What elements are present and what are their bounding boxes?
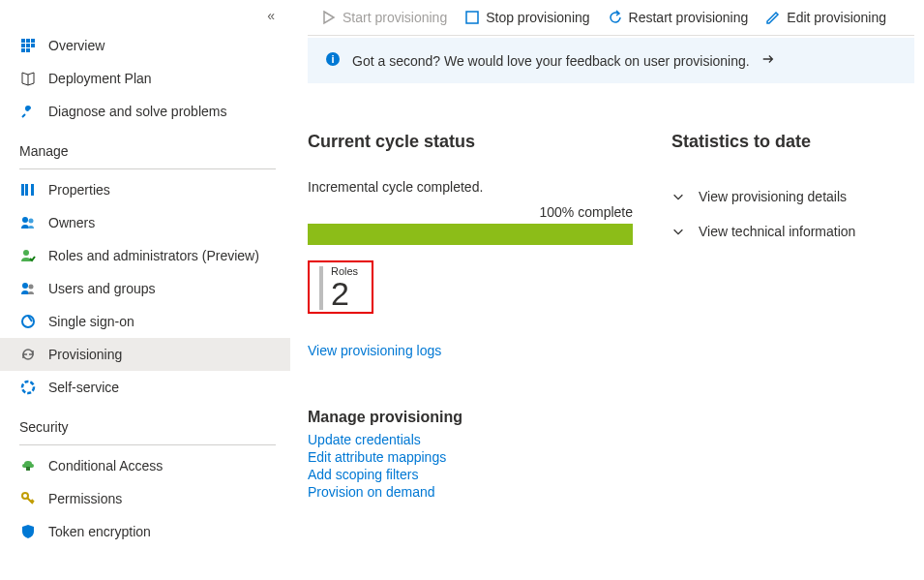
lock-cloud-icon [19, 457, 37, 474]
sync-icon [19, 346, 37, 363]
toolbar-label: Start provisioning [343, 10, 447, 25]
expand-label: View provisioning details [699, 189, 847, 204]
sidebar-item-label: Roles and administrators (Preview) [48, 248, 259, 263]
provision-on-demand-link[interactable]: Provision on demand [308, 484, 633, 500]
progress-label: 100% complete [308, 204, 633, 220]
wrench-icon [19, 103, 37, 120]
svg-point-14 [22, 283, 28, 289]
sidebar-item-deployment-plan[interactable]: Deployment Plan [0, 62, 290, 95]
book-icon [19, 70, 37, 87]
stop-provisioning-button[interactable]: Stop provisioning [464, 10, 589, 25]
svg-point-13 [23, 250, 29, 256]
stop-icon [464, 10, 480, 25]
svg-rect-9 [25, 184, 28, 196]
svg-point-11 [22, 217, 28, 223]
svg-rect-20 [466, 12, 478, 23]
manage-provisioning-title: Manage provisioning [308, 409, 633, 426]
svg-rect-8 [21, 184, 24, 196]
svg-point-17 [22, 382, 34, 393]
properties-icon [19, 181, 37, 198]
update-credentials-link[interactable]: Update credentials [308, 432, 633, 447]
sidebar-item-label: Owners [48, 215, 95, 230]
collapse-sidebar-icon[interactable]: « [267, 8, 275, 23]
view-technical-information-toggle[interactable]: View technical information [671, 214, 914, 249]
roles-count-card[interactable]: Roles 2 [308, 260, 373, 314]
chevron-down-icon [671, 190, 685, 203]
sidebar-item-provisioning[interactable]: Provisioning [0, 338, 290, 371]
sidebar-item-label: Single sign-on [48, 314, 134, 329]
cycle-status-text: Incremental cycle completed. [308, 179, 633, 195]
info-icon: i [325, 51, 341, 70]
toolbar-label: Stop provisioning [486, 10, 589, 25]
svg-rect-18 [26, 467, 30, 471]
progress-bar [308, 224, 633, 245]
sidebar-item-label: Self-service [48, 380, 119, 395]
sidebar-item-self-service[interactable]: Self-service [0, 371, 290, 404]
view-provisioning-logs-link[interactable]: View provisioning logs [308, 343, 633, 358]
people-icon [19, 214, 37, 231]
shield-icon [19, 523, 37, 540]
sidebar-item-label: Properties [48, 182, 110, 198]
edit-provisioning-button[interactable]: Edit provisioning [765, 10, 886, 25]
svg-text:i: i [331, 53, 334, 65]
person-check-icon [19, 247, 37, 264]
play-icon [321, 10, 337, 25]
arrow-right-icon [761, 52, 775, 69]
statistics-title: Statistics to date [671, 132, 914, 152]
svg-rect-7 [26, 48, 30, 52]
users-groups-icon [19, 280, 37, 297]
sidebar-item-permissions[interactable]: Permissions [0, 482, 290, 515]
sidebar-item-label: Conditional Access [48, 458, 163, 473]
toolbar: Start provisioning Stop provisioning Res… [308, 0, 914, 36]
svg-rect-4 [26, 44, 30, 47]
sidebar-item-label: Diagnose and solve problems [48, 104, 226, 119]
sso-icon [19, 313, 37, 330]
sidebar-item-label: Permissions [48, 491, 122, 506]
sidebar-item-users-groups[interactable]: Users and groups [0, 272, 290, 305]
edit-attribute-mappings-link[interactable]: Edit attribute mappings [308, 449, 633, 465]
svg-rect-0 [21, 39, 25, 43]
restart-provisioning-button[interactable]: Restart provisioning [608, 10, 749, 25]
start-provisioning-button: Start provisioning [321, 10, 447, 25]
sidebar-item-conditional-access[interactable]: Conditional Access [0, 449, 290, 482]
sidebar-item-diagnose[interactable]: Diagnose and solve problems [0, 95, 290, 128]
divider [19, 444, 276, 445]
chevron-down-icon [671, 225, 685, 238]
sidebar-item-overview[interactable]: Overview [0, 29, 290, 62]
sidebar-item-label: Provisioning [48, 347, 122, 362]
pencil-icon [765, 10, 781, 25]
view-provisioning-details-toggle[interactable]: View provisioning details [671, 179, 914, 214]
svg-rect-10 [31, 184, 34, 196]
cycle-status-title: Current cycle status [308, 132, 633, 152]
svg-rect-5 [31, 44, 35, 47]
sidebar-item-token-encryption[interactable]: Token encryption [0, 515, 290, 548]
key-icon [19, 490, 37, 507]
sidebar-section-security: Security [0, 404, 290, 441]
sidebar-item-label: Deployment Plan [48, 71, 152, 86]
sidebar-item-label: Overview [48, 38, 104, 53]
feedback-text: Got a second? We would love your feedbac… [352, 53, 750, 69]
sidebar-item-sso[interactable]: Single sign-on [0, 305, 290, 338]
svg-rect-2 [31, 39, 35, 43]
svg-rect-3 [21, 44, 25, 47]
toolbar-label: Edit provisioning [787, 10, 886, 25]
roles-card-value: 2 [331, 275, 349, 312]
svg-rect-6 [21, 48, 25, 52]
svg-point-12 [29, 219, 34, 224]
feedback-banner[interactable]: i Got a second? We would love your feedb… [308, 38, 914, 83]
sidebar-item-properties[interactable]: Properties [0, 173, 290, 206]
divider [19, 168, 276, 169]
gear-ring-icon [19, 379, 37, 396]
grid-icon [19, 37, 37, 54]
sidebar-item-roles[interactable]: Roles and administrators (Preview) [0, 239, 290, 272]
expand-label: View technical information [699, 224, 855, 239]
sidebar-section-manage: Manage [0, 128, 290, 165]
sidebar-item-label: Users and groups [48, 281, 156, 296]
toolbar-label: Restart provisioning [629, 10, 749, 25]
svg-point-15 [29, 285, 34, 290]
restart-icon [608, 10, 623, 25]
svg-rect-1 [26, 39, 30, 43]
sidebar-item-label: Token encryption [48, 524, 151, 539]
add-scoping-filters-link[interactable]: Add scoping filters [308, 467, 633, 482]
sidebar-item-owners[interactable]: Owners [0, 206, 290, 239]
